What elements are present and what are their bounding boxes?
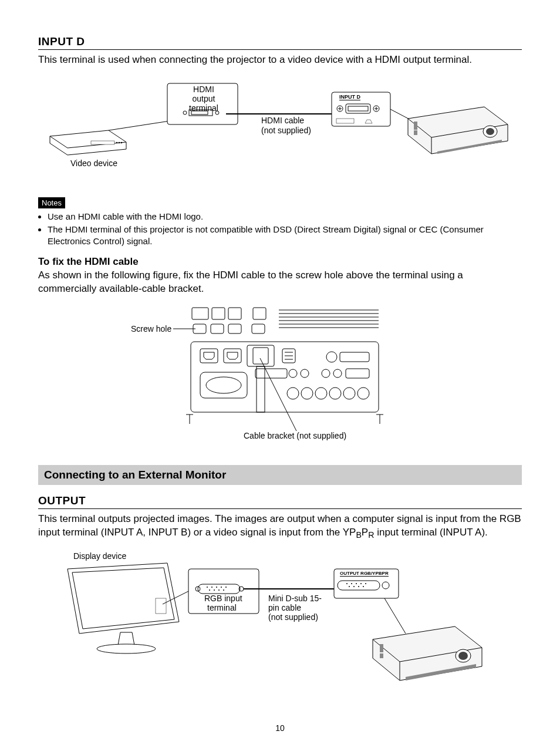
svg-point-62 (315, 388, 327, 399)
notes-list: Use an HDMI cable with the HDMI logo. Th… (38, 211, 522, 248)
svg-rect-27 (192, 308, 208, 319)
output-intro-mid: P (362, 527, 368, 538)
svg-point-23 (486, 128, 494, 135)
note-item: The HDMI terminal of this projector is n… (48, 224, 522, 248)
fix-hdmi-body: As shown in the following figure, fix th… (38, 269, 522, 296)
svg-rect-16 (348, 106, 368, 111)
svg-rect-31 (193, 324, 206, 333)
label-output-port: OUTPUT RGB/YPBPR (340, 571, 389, 577)
svg-point-79 (216, 587, 217, 588)
label-hdmi-output: HDMI output terminal (183, 85, 224, 113)
page-number: 10 (0, 723, 560, 733)
label-minidsub-1: Mini D-sub 15- (268, 594, 322, 603)
output-intro: This terminal outputs projected images. … (38, 513, 522, 541)
label-screw-hole: Screw hole (131, 324, 171, 333)
svg-line-21 (390, 109, 414, 122)
svg-point-95 (353, 586, 355, 587)
svg-point-64 (343, 388, 355, 399)
svg-point-12 (337, 106, 343, 112)
svg-point-92 (360, 583, 362, 584)
svg-rect-29 (228, 308, 241, 319)
svg-point-55 (326, 352, 337, 362)
svg-point-97 (363, 586, 364, 587)
figure-output-connection: Display device RGB input terminal Mini D… (38, 551, 522, 704)
svg-point-78 (211, 587, 212, 588)
label-rgb-input-2: terminal (207, 603, 237, 612)
section-title-input-d: INPUT D (38, 35, 522, 50)
banner-external-monitor: Connecting to an External Monitor (38, 465, 522, 485)
label-minidsub-2: pin cable (268, 603, 301, 612)
svg-line-4 (109, 119, 185, 130)
svg-point-76 (195, 587, 200, 591)
svg-point-86 (239, 587, 244, 591)
svg-rect-28 (212, 308, 225, 319)
svg-rect-24 (414, 122, 417, 130)
output-intro-post: input terminal (INPUT A). (374, 527, 487, 538)
svg-point-91 (356, 583, 357, 584)
svg-rect-103 (380, 653, 383, 658)
svg-rect-72 (156, 598, 166, 614)
label-input-d-port: INPUT D (339, 94, 360, 100)
label-minidsub-3: (not supplied) (268, 612, 318, 622)
svg-rect-43 (247, 345, 274, 366)
svg-rect-34 (252, 324, 265, 333)
svg-rect-32 (211, 324, 224, 333)
label-hdmi-cable-2: (not supplied) (261, 126, 311, 135)
svg-point-89 (346, 583, 348, 584)
svg-rect-52 (255, 369, 287, 378)
svg-point-100 (456, 649, 471, 662)
section-title-output: OUTPUT (38, 494, 522, 509)
svg-point-54 (301, 369, 309, 378)
svg-point-1 (116, 142, 117, 143)
svg-rect-56 (340, 352, 369, 362)
label-video-device: Video device (70, 159, 117, 168)
svg-point-81 (225, 587, 227, 588)
label-cable-bracket: Cable bracket (not supplied) (244, 431, 346, 440)
svg-point-3 (121, 142, 122, 143)
output-intro-sub2: R (368, 530, 374, 540)
label-rgb-input-1: RGB input (204, 594, 242, 603)
svg-rect-50 (200, 372, 247, 398)
svg-rect-25 (414, 130, 417, 135)
svg-point-63 (329, 388, 341, 399)
svg-rect-45 (253, 348, 268, 364)
svg-point-2 (119, 142, 120, 143)
svg-point-57 (322, 369, 330, 378)
svg-point-90 (351, 583, 352, 584)
svg-point-93 (365, 583, 366, 584)
svg-rect-15 (346, 104, 370, 113)
svg-rect-42 (224, 349, 241, 363)
svg-point-61 (301, 388, 313, 399)
svg-point-84 (218, 589, 220, 591)
svg-rect-44 (257, 366, 265, 412)
svg-point-73 (97, 644, 156, 653)
svg-rect-41 (200, 349, 218, 363)
svg-rect-59 (346, 369, 369, 378)
svg-point-22 (483, 126, 497, 137)
label-display-device: Display device (73, 551, 126, 561)
svg-rect-20 (336, 119, 354, 123)
svg-rect-0 (91, 141, 114, 144)
svg-rect-46 (282, 349, 295, 363)
svg-point-80 (221, 587, 222, 588)
fix-hdmi-heading: To fix the HDMI cable (38, 256, 522, 268)
svg-rect-33 (228, 324, 241, 333)
figure-hdmi-connection: HDMI output terminal HDMI cable (not sup… (38, 78, 522, 189)
svg-point-60 (287, 388, 299, 399)
svg-line-74 (163, 587, 198, 604)
svg-point-77 (207, 587, 208, 588)
figure-hdmi-bracket: Screw hole Cable bracket (not supplied) (38, 302, 522, 449)
svg-point-101 (458, 652, 468, 660)
svg-point-82 (209, 589, 210, 591)
note-item: Use an HDMI cable with the HDMI logo. (48, 211, 522, 223)
input-d-intro: This terminal is used when connecting th… (38, 53, 522, 67)
svg-point-85 (223, 589, 224, 591)
svg-point-96 (358, 586, 359, 587)
svg-rect-30 (253, 308, 266, 319)
svg-point-65 (357, 388, 369, 399)
notes-heading: Notes (38, 197, 65, 208)
svg-rect-26 (191, 342, 379, 412)
output-intro-sub1: B (356, 530, 361, 540)
svg-point-51 (206, 377, 241, 393)
svg-line-99 (384, 598, 406, 634)
